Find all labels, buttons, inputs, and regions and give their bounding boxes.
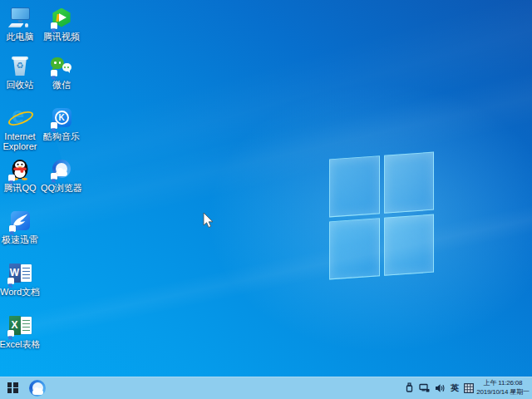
windows-logo-pane <box>384 214 435 276</box>
icon-label: 微信 <box>38 80 85 90</box>
ime-language-indicator[interactable]: 英 <box>451 382 459 394</box>
shortcut-arrow-badge <box>51 173 57 180</box>
taskbar-clock[interactable]: 上午 11:26:08 2019/10/14 星期一 <box>476 379 530 397</box>
taskbar-qq-browser-button[interactable] <box>25 377 50 399</box>
taskbar: 英 上午 11:26:08 2019/10/14 星期一 <box>0 377 532 399</box>
tencent-video-icon <box>52 8 71 27</box>
shortcut-arrow-badge <box>8 175 15 181</box>
wechat-icon <box>51 56 72 76</box>
windows-logo-pane <box>329 218 380 279</box>
icon-label: 极速迅雷 <box>0 234 43 244</box>
clock-time: 上午 11:26:08 <box>476 379 530 388</box>
icon-label: 腾讯视频 <box>38 32 85 42</box>
icon-label: Internet Explorer <box>0 131 43 151</box>
icon-label: 此电脑 <box>0 32 43 42</box>
desktop-icon-tencent-video[interactable]: 腾讯视频 <box>38 5 85 42</box>
desktop-icon-kugou[interactable]: K 酷狗音乐 <box>38 105 85 141</box>
clock-date: 2019/10/14 星期一 <box>476 388 530 397</box>
usb-device-icon[interactable] <box>405 382 414 393</box>
network-icon[interactable] <box>419 383 430 393</box>
start-button[interactable] <box>0 377 25 399</box>
volume-icon[interactable] <box>435 383 446 393</box>
shortcut-arrow-badge <box>9 225 16 232</box>
desktop-icon-wechat[interactable]: 微信 <box>38 53 85 90</box>
internet-explorer-icon: e <box>8 106 32 129</box>
desktop-icon-recycle-bin[interactable]: ♻ 回收站 <box>0 53 43 90</box>
icon-label: 酷狗音乐 <box>38 131 85 141</box>
windows-logo-pane <box>329 155 380 217</box>
shortcut-arrow-badge <box>51 70 57 76</box>
desktop-icon-this-pc[interactable]: 此电脑 <box>0 5 43 42</box>
icon-label: 腾讯QQ <box>0 183 43 193</box>
light-ray <box>52 0 532 200</box>
desktop-icon-word[interactable]: W Word文档 <box>0 260 43 297</box>
desktop-icon-thunder[interactable]: 极速迅雷 <box>0 208 43 244</box>
thunder-bird-icon <box>11 211 30 230</box>
desktop-icon-tencent-qq[interactable]: 腾讯QQ <box>0 156 43 193</box>
desktop-icon-excel[interactable]: X Excel表格 <box>0 313 43 349</box>
qq-browser-icon <box>52 160 71 178</box>
kugou-icon: K <box>52 108 71 127</box>
shortcut-arrow-badge <box>7 330 14 337</box>
desktop-icon-qq-browser[interactable]: QQ浏览器 <box>38 156 85 193</box>
shortcut-arrow-badge <box>51 22 57 29</box>
windows-logo-pane <box>384 152 435 214</box>
light-ray <box>0 172 532 355</box>
desktop-icon-internet-explorer[interactable]: e Internet Explorer <box>0 105 43 151</box>
system-tray: 英 <box>405 377 474 399</box>
this-pc-icon <box>9 7 31 28</box>
qq-penguin-icon <box>10 157 30 180</box>
excel-icon: X <box>9 316 32 335</box>
ime-grid-icon[interactable] <box>464 383 474 393</box>
icon-label: 回收站 <box>0 80 43 90</box>
windows-start-icon <box>7 382 18 393</box>
windows-logo-wallpaper <box>329 152 434 280</box>
icon-label: QQ浏览器 <box>38 183 85 193</box>
qq-browser-icon <box>29 380 46 397</box>
shortcut-arrow-badge <box>51 122 57 129</box>
shortcut-arrow-badge <box>7 278 14 284</box>
word-icon: W <box>9 264 32 283</box>
recycle-bin-icon: ♻ <box>11 56 29 76</box>
